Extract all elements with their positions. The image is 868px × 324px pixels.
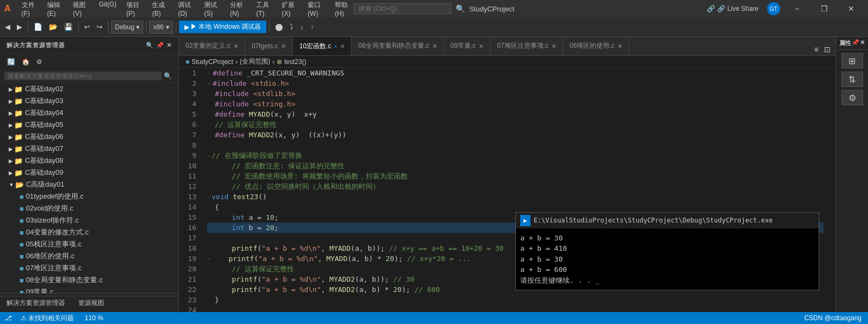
zoom-level[interactable]: 110 % — [82, 314, 105, 322]
menu-help[interactable]: 帮助(H) — [330, 0, 355, 20]
sidebar-search-icon[interactable]: 🔍 — [146, 42, 154, 49]
sidebar-search-input[interactable] — [4, 72, 162, 80]
menu-tools[interactable]: 工具(T) — [252, 0, 276, 20]
step-over-button[interactable]: ⤵ — [287, 21, 296, 33]
breadcrumb-function[interactable]: test23() — [284, 58, 307, 66]
file-c-icon: ■ — [20, 228, 24, 237]
tab-close-icon[interactable]: × — [479, 42, 483, 50]
open-button[interactable]: 📂 — [46, 21, 60, 33]
tree-item-heap-note[interactable]: ■ 07堆区注意事项.c — [0, 262, 178, 274]
code-editor[interactable]: - #define _CRT_SECURE_NO_WARNINGS - #inc… — [201, 68, 830, 312]
tree-item-day02[interactable]: ▶ 📁 C基础day02 — [0, 83, 178, 95]
forward-button[interactable]: ▶ — [14, 21, 25, 33]
platform-dropdown[interactable]: x86 ▾ — [149, 21, 173, 34]
menu-git[interactable]: Git(G) — [94, 0, 121, 20]
sidebar-bottom-tab-solution[interactable]: 解决方案资源管理器 — [0, 296, 72, 310]
menu-build[interactable]: 生成(B) — [148, 0, 173, 20]
sidebar-pin-icon[interactable]: 📌 — [156, 42, 164, 49]
menu-edit[interactable]: 编辑(E) — [43, 0, 68, 20]
sidebar-search-area: 🔍 — [0, 69, 178, 83]
tree-item-day08[interactable]: ▶ 📁 C基础day08 — [0, 155, 178, 167]
sidebar-settings-button[interactable]: ⚙ — [34, 56, 45, 67]
error-status[interactable]: ⚠ 未找到相关问题 — [18, 314, 76, 323]
sidebar-bottom-tab-resource[interactable]: 资源视图 — [72, 296, 111, 310]
sidebar-home-button[interactable]: 🏠 — [19, 56, 33, 67]
editor-scrollbar[interactable] — [830, 68, 835, 312]
sidebar-search-submit-icon[interactable]: 🔍 — [162, 72, 174, 80]
menu-extend[interactable]: 扩展(X) — [277, 0, 302, 20]
new-file-button[interactable]: 📄 — [31, 21, 45, 33]
restore-button[interactable]: ❐ — [812, 0, 837, 17]
tab-close-icon[interactable]: × — [282, 42, 286, 50]
tree-item-advday01[interactable]: ▼ 📂 C高级day01 — [0, 179, 178, 190]
debug-config-dropdown[interactable]: Debug ▾ — [111, 21, 143, 34]
tree-item-void[interactable]: ■ 02void的使用.c — [0, 202, 178, 214]
menu-window[interactable]: 窗口(W) — [303, 0, 329, 20]
properties-pin-icon[interactable]: 📌 — [852, 39, 859, 47]
tab-close-panel-icon[interactable]: ⊡ — [821, 43, 833, 55]
tab-close-icon[interactable]: × — [618, 42, 622, 50]
code-line-2: - #include <stdio.h> — [207, 78, 824, 88]
run-debugger-button[interactable]: ▶ ▶ 本地 Windows 调试器 — [179, 21, 267, 33]
tree-item-day03[interactable]: ▶ 📁 C基础day03 — [0, 95, 178, 107]
tree-item-label: 07堆区注意事项.c — [26, 263, 82, 273]
tab-07fgets[interactable]: 07fgets.c × — [245, 37, 293, 55]
menu-test[interactable]: 测试(S) — [200, 0, 225, 20]
properties-grid-button[interactable]: ⊞ — [841, 53, 863, 68]
save-all-button[interactable]: 💾 — [61, 21, 75, 33]
menu-view[interactable]: 视图(V) — [68, 0, 93, 20]
live-share-icon: 🔗 — [707, 5, 715, 12]
tree-item-day09[interactable]: ▶ 📁 C基础day09 — [0, 167, 178, 179]
properties-sort-button[interactable]: ⇅ — [841, 72, 863, 87]
tree-item-day07[interactable]: ▶ 📁 C基础day07 — [0, 143, 178, 155]
tree-item-global[interactable]: ■ 08全局变量和静态变量.c — [0, 274, 178, 286]
tab-overflow-icon[interactable]: ≡ — [812, 43, 821, 55]
encoding-label[interactable]: CSDN @cdtaogang — [802, 314, 864, 322]
tree-item-typedef[interactable]: ■ 01typedef的使用.c — [0, 190, 178, 202]
menu-file[interactable]: 文件(F) — [17, 0, 42, 20]
tree-item-stack[interactable]: ■ 05栈区注意事项.c — [0, 238, 178, 250]
menu-analyze[interactable]: 分析(N) — [226, 0, 251, 20]
back-button[interactable]: ◀ — [2, 21, 13, 33]
folder-icon: 📁 — [14, 133, 23, 141]
source-control-icon[interactable]: ⎇ — [4, 314, 12, 322]
tree-item-heap-use[interactable]: ■ 06堆区的使用.c — [0, 250, 178, 262]
menu-debug[interactable]: 调试(D) — [174, 0, 199, 20]
minimize-button[interactable]: − — [784, 0, 809, 17]
user-avatar[interactable]: GT — [767, 2, 780, 15]
step-into-button[interactable]: ↓ — [297, 21, 307, 33]
tab-close-icon[interactable]: × — [552, 42, 556, 50]
breadcrumb-scope[interactable]: (全局范围) — [240, 57, 270, 66]
breakpoint-button[interactable]: ⬤ — [272, 21, 286, 33]
tree-item-const[interactable]: ■ 09常量.c — [0, 286, 178, 293]
step-out-button[interactable]: ↑ — [308, 21, 317, 33]
sidebar-header: 解决方案资源管理器 🔍 📌 ✕ — [0, 37, 178, 54]
properties-close-icon[interactable]: ✕ — [860, 39, 865, 47]
undo-button[interactable]: ↩ — [81, 21, 93, 33]
tab-close-icon[interactable]: × — [234, 42, 238, 50]
tab-close-icon[interactable]: × — [340, 42, 344, 50]
properties-more-button[interactable]: ⚙ — [841, 90, 863, 105]
tree-item-sizeof[interactable]: ■ 03sizeof操作符.c — [0, 214, 178, 226]
global-search-input[interactable] — [354, 3, 451, 14]
sidebar-refresh-button[interactable]: 🔄 — [4, 56, 18, 67]
tree-item-modify[interactable]: ■ 04变量的修改方式.c — [0, 226, 178, 238]
tab-08global[interactable]: 08全局变量和静态变量.c × — [352, 37, 444, 55]
tree-item-day04[interactable]: ▶ 📁 C基础day04 — [0, 107, 178, 119]
menu-project[interactable]: 项目(P) — [122, 0, 147, 20]
breadcrumb-project[interactable]: StudyCProject — [192, 58, 233, 66]
tab-close-icon[interactable]: × — [432, 42, 437, 50]
tree-item-day06[interactable]: ▶ 📁 C基础day06 — [0, 131, 178, 143]
live-share-button[interactable]: 🔗 🔗 Live Share — [703, 4, 763, 14]
terminal-header: ▶ E:\VisualStudioProjects\StudyCProject\… — [516, 213, 819, 228]
tab-10macro[interactable]: 10宏函数.c ● × — [293, 37, 352, 55]
redo-button[interactable]: ↪ — [94, 21, 105, 33]
close-button[interactable]: ✕ — [839, 0, 864, 17]
tree-item-day05[interactable]: ▶ 📁 C基础day05 — [0, 119, 178, 131]
tab-07heap[interactable]: 07堆区注意事项.c × — [490, 37, 563, 55]
code-line-4: #include <string.h> — [207, 99, 824, 109]
sidebar-close-icon[interactable]: ✕ — [167, 42, 172, 49]
tab-02-variables[interactable]: 02变量的定义.c × — [179, 37, 245, 55]
tab-09const[interactable]: 09常量.c × — [444, 37, 490, 55]
tab-06heap-use[interactable]: 06堆区的使用.c × — [563, 37, 629, 55]
